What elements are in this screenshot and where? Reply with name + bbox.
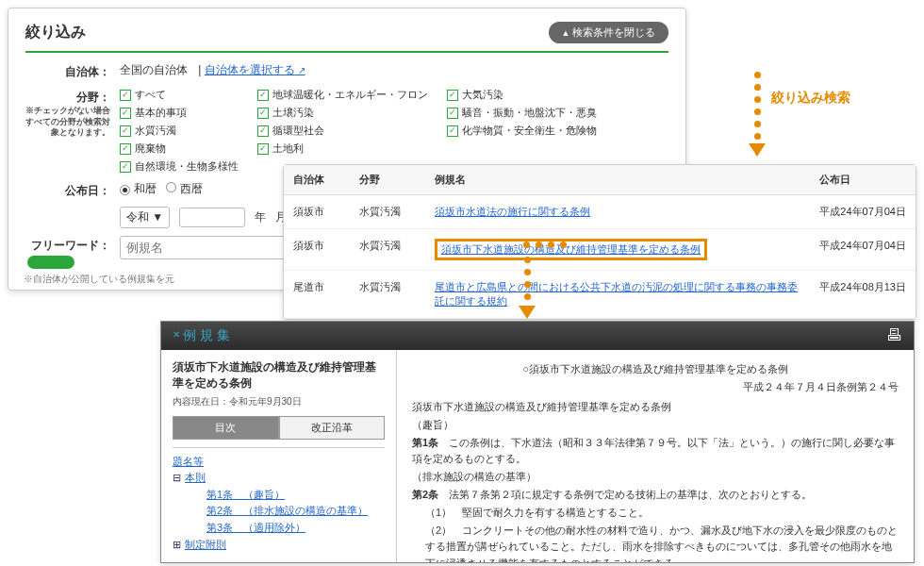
radio-dot-icon: [166, 182, 176, 192]
annotation-label: 絞り込み検索: [771, 90, 850, 107]
annotation-arrow-mid: [519, 257, 536, 319]
checkbox-icon: ✓: [257, 143, 269, 155]
result-link[interactable]: 尾道市と広島県との間における公共下水道の汚泥の処理に関する事務の事務委託に関する…: [435, 281, 798, 307]
checkbox-icon: ✓: [120, 108, 131, 119]
select-muni-link[interactable]: 自治体を選択する: [205, 63, 305, 76]
annotation-arrow-top: [749, 68, 766, 157]
row-muni: 自治体： 全国の自治体 | 自治体を選択する: [25, 62, 668, 80]
checkbox-label: 地球温暖化・エネルギー・フロン: [272, 88, 428, 102]
toc-supp-link[interactable]: 制定附則: [185, 539, 226, 550]
cell-date: 平成24年07月04日: [810, 229, 916, 271]
cell-cat: 水質汚濁: [350, 229, 425, 271]
category-checkbox[interactable]: ✓地球温暖化・エネルギー・フロン: [257, 88, 428, 102]
annotation-dots-horizontal: [523, 241, 567, 248]
results-header-row: 自治体分野例規名公布日: [284, 165, 916, 195]
detail-left-pane: 須坂市下水道施設の構造及び維持管理基準を定める条例 内容現在日：令和元年9月30…: [161, 350, 397, 562]
era-select[interactable]: 令和 ▼: [120, 207, 170, 228]
tree-collapse-icon[interactable]: ⊟: [173, 472, 181, 483]
table-row: 須坂市水質汚濁須坂市下水道施設の構造及び維持管理基準を定める条例平成24年07月…: [284, 229, 916, 271]
doc-line: 平成２４年７月４日条例第２４号: [412, 379, 899, 395]
column-header: 例規名: [425, 165, 810, 195]
toc-article-2[interactable]: 第2条 （排水施設の構造の基準）: [173, 503, 385, 520]
cell-date: 平成24年07月04日: [810, 195, 916, 229]
detail-tabs: 目次 改正沿革: [173, 416, 385, 440]
cell-date: 平成24年08月13日: [810, 271, 916, 319]
footer-note: ※自治体が公開している例規集を元: [24, 273, 174, 286]
cell-name: 須坂市下水道施設の構造及び維持管理基準を定める条例: [425, 229, 810, 271]
toc-main-link[interactable]: 本則: [185, 472, 206, 483]
results-panel: 自治体分野例規名公布日 須坂市水質汚濁須坂市水道法の施行に関する条例平成24年0…: [283, 164, 916, 320]
table-row: 尾道市水質汚濁尾道市と広島県との間における公共下水道の汚泥の処理に関する事務の事…: [284, 271, 916, 319]
detail-title: 須坂市下水道施設の構造及び維持管理基準を定める条例: [173, 359, 385, 391]
cell-name: 須坂市水道法の施行に関する条例: [425, 195, 810, 229]
detail-body: 須坂市下水道施設の構造及び維持管理基準を定める条例 内容現在日：令和元年9月30…: [161, 350, 914, 562]
checkbox-icon: ✓: [120, 125, 131, 137]
doc-line: 第1条 この条例は、下水道法（昭和３３年法律第７９号。以下「法」という。）の施行…: [412, 435, 899, 467]
doc-line: 須坂市下水道施設の構造及び維持管理基準を定める条例: [412, 399, 899, 415]
result-link[interactable]: 須坂市下水道施設の構造及び維持管理基準を定める条例: [441, 243, 701, 255]
year-input[interactable]: [179, 208, 245, 227]
checkbox-label: 騒音・振動・地盤沈下・悪臭: [462, 106, 597, 120]
checkbox-label: 化学物質・安全衛生・危険物: [462, 124, 597, 138]
category-checkbox[interactable]: ✓廃棄物: [120, 142, 239, 156]
category-checkbox[interactable]: ✓土壌汚染: [257, 106, 428, 120]
print-icon[interactable]: 🖶: [886, 326, 902, 345]
doc-line: ○須坂市下水道施設の構造及び維持管理基準を定める条例: [412, 361, 899, 377]
checkbox-icon: ✓: [447, 108, 458, 119]
radio-dot-icon: [120, 185, 130, 195]
cat-col-3: ✓大気汚染✓騒音・振動・地盤沈下・悪臭✓化学物質・安全衛生・危険物: [447, 88, 597, 174]
cat-hint: ※チェックがない場合すべての分野が検索対象となります。: [25, 106, 110, 139]
year-unit: 年: [255, 209, 266, 225]
column-header: 分野: [350, 165, 425, 195]
search-button[interactable]: [27, 256, 74, 269]
detail-bar-title: 例 規 集: [173, 327, 230, 344]
tab-history[interactable]: 改正沿革: [279, 416, 386, 440]
muni-label: 自治体：: [25, 62, 120, 80]
detail-panel: 例 規 集 🖶 須坂市下水道施設の構造及び維持管理基準を定める条例 内容現在日：…: [160, 321, 915, 563]
category-checkbox[interactable]: ✓土地利: [257, 142, 428, 156]
doc-line: （趣旨）: [412, 417, 899, 433]
cell-muni: 尾道市: [284, 271, 350, 319]
cell-cat: 水質汚濁: [350, 271, 425, 319]
category-checkbox[interactable]: ✓自然環境・生物多様性: [120, 159, 239, 174]
category-checkbox[interactable]: ✓水質汚濁: [120, 124, 239, 138]
radio-seireki[interactable]: 西暦: [166, 181, 203, 197]
category-checkbox[interactable]: ✓循環型社会: [257, 124, 428, 138]
category-checkbox[interactable]: ✓すべて: [120, 88, 239, 102]
row-category: 分野： ※チェックがない場合すべての分野が検索対象となります。 ✓すべて✓基本的…: [25, 88, 668, 174]
doc-line: （排水施設の構造の基準）: [412, 469, 899, 485]
date-label: 公布日：: [25, 181, 120, 199]
radio-wareki[interactable]: 和暦: [120, 181, 157, 197]
detail-titlebar: 例 規 集 🖶: [161, 322, 914, 350]
toc-article-3[interactable]: 第3条 （適用除外）: [173, 520, 385, 537]
checkbox-label: 大気汚染: [462, 88, 503, 102]
cat-label-col: 分野： ※チェックがない場合すべての分野が検索対象となります。: [25, 88, 120, 139]
checkbox-label: 土地利: [272, 142, 304, 156]
close-filter-button[interactable]: 検索条件を閉じる: [549, 22, 668, 43]
muni-body: 全国の自治体 | 自治体を選択する: [120, 62, 668, 78]
tree-expand-icon[interactable]: ⊞: [173, 539, 181, 550]
result-link[interactable]: 須坂市水道法の施行に関する条例: [435, 206, 590, 217]
muni-all-text: 全国の自治体: [120, 63, 188, 76]
cell-muni: 須坂市: [284, 229, 350, 271]
tab-toc[interactable]: 目次: [173, 416, 279, 440]
column-header: 自治体: [284, 165, 350, 195]
cell-cat: 水質汚濁: [350, 195, 425, 229]
checkbox-icon: ✓: [120, 143, 131, 155]
category-checkbox[interactable]: ✓大気汚染: [447, 88, 597, 102]
detail-asof: 内容現在日：令和元年9月30日: [173, 395, 385, 408]
category-checkbox[interactable]: ✓基本的事項: [120, 106, 239, 120]
toc-article-1[interactable]: 第1条 （趣旨）: [173, 487, 385, 504]
column-header: 公布日: [810, 165, 916, 195]
arrow-down-icon: [749, 143, 766, 157]
category-checkbox[interactable]: ✓化学物質・安全衛生・危険物: [447, 124, 597, 138]
table-row: 須坂市水質汚濁須坂市水道法の施行に関する条例平成24年07月04日: [284, 195, 916, 229]
toc-title-link[interactable]: 題名等: [173, 456, 204, 467]
checkbox-icon: ✓: [120, 161, 131, 173]
doc-line: （1） 堅固で耐久力を有する構造とすること。: [412, 505, 899, 521]
category-checkbox[interactable]: ✓騒音・振動・地盤沈下・悪臭: [447, 106, 597, 120]
checkbox-label: 循環型社会: [272, 124, 324, 138]
checkbox-label: 自然環境・生物多様性: [135, 159, 239, 174]
cell-muni: 須坂市: [284, 195, 350, 229]
doc-line: 第2条 法第７条第２項に規定する条例で定める技術上の基準は、次のとおりとする。: [412, 487, 899, 503]
